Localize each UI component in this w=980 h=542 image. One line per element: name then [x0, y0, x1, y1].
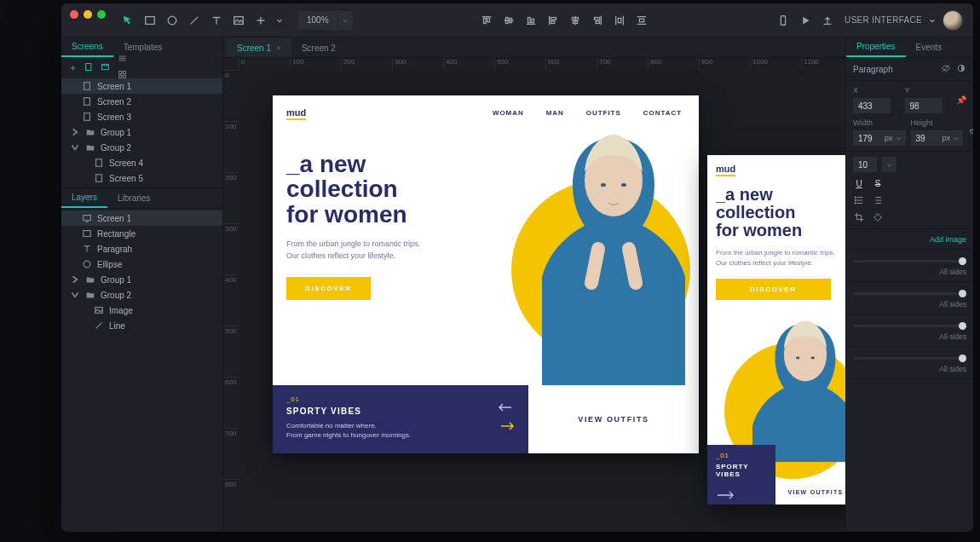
chevron-down-icon[interactable]: [70, 142, 80, 153]
zoom-control[interactable]: 100%: [298, 11, 353, 30]
layer-tree-row-7[interactable]: Line: [61, 318, 222, 333]
add-tool-dropdown-icon[interactable]: [276, 14, 283, 27]
tab-libraries[interactable]: Libraries: [107, 188, 160, 208]
rectangle-tool-icon[interactable]: [143, 14, 157, 27]
chevron-right-icon[interactable]: [70, 274, 80, 285]
sides-label-4[interactable]: All sides: [853, 365, 966, 373]
chevron-right-icon[interactable]: [70, 127, 80, 137]
align-hcenter-icon[interactable]: [568, 14, 582, 27]
screen-tree-row-2[interactable]: Screen 3: [61, 109, 222, 124]
screen-tree-row-0[interactable]: Screen 1: [61, 78, 222, 94]
add-screen-icon[interactable]: ＋: [68, 61, 78, 74]
image-tool-icon[interactable]: [232, 14, 245, 27]
tab-layers[interactable]: Layers: [61, 188, 107, 208]
list-ul-icon[interactable]: [853, 194, 865, 206]
svg-rect-10: [551, 20, 555, 23]
screen-tab-2[interactable]: Screen 2: [291, 38, 346, 57]
tab-events[interactable]: Events: [906, 37, 953, 57]
align-vcenter-icon[interactable]: [502, 14, 516, 27]
line-tool-icon[interactable]: [187, 14, 201, 27]
width-input[interactable]: [853, 130, 880, 146]
add-group-icon[interactable]: [101, 62, 110, 73]
underline-icon[interactable]: U: [853, 177, 865, 189]
layer-tree-row-0[interactable]: Screen 1: [61, 210, 222, 226]
align-bottom-icon[interactable]: [524, 14, 538, 27]
chevron-down-icon[interactable]: [70, 290, 80, 300]
minimize-window-icon[interactable]: [84, 10, 92, 19]
layer-tree-label-1: Rectangle: [97, 229, 135, 239]
distribute-v-icon[interactable]: [635, 14, 649, 27]
close-tab-icon[interactable]: ×: [276, 43, 281, 53]
list-view-icon[interactable]: [118, 54, 216, 65]
shadow-slider[interactable]: [853, 357, 966, 360]
crop-icon[interactable]: [853, 211, 865, 223]
add-page-icon[interactable]: [84, 62, 94, 73]
visibility-icon[interactable]: [941, 63, 951, 75]
x-input[interactable]: [853, 98, 891, 113]
list-ol-icon[interactable]: [872, 194, 884, 206]
align-right-icon[interactable]: [591, 14, 604, 27]
screen-tab-1[interactable]: Screen 1×: [227, 38, 291, 57]
font-size-dropdown[interactable]: [882, 157, 896, 172]
distribute-h-icon[interactable]: [613, 14, 626, 27]
nav-outfits: OUTFITS: [586, 109, 621, 117]
strikethrough-icon[interactable]: S: [872, 177, 884, 189]
layer-tree-row-1[interactable]: Rectangle: [61, 226, 222, 241]
layer-tree-row-2[interactable]: Paragrah: [61, 241, 222, 257]
component-icon[interactable]: [872, 211, 884, 223]
screen-tree-row-4[interactable]: Group 2: [61, 140, 222, 155]
left-panel: Screens Templates ＋ Screen 1Screen 2Scre…: [61, 37, 223, 532]
tab-screens[interactable]: Screens: [61, 37, 113, 57]
radius-slider[interactable]: [853, 292, 966, 295]
ellipse-tool-icon[interactable]: [165, 14, 179, 27]
artboard-mobile[interactable]: mud _a new collection for women From the…: [707, 155, 845, 505]
layer-tree-row-4[interactable]: Group 1: [61, 272, 222, 287]
pin-icon[interactable]: 📌: [956, 95, 966, 105]
screen-tree-row-5[interactable]: Screen 4: [61, 155, 222, 170]
screen-tree-row-6[interactable]: Screen 5: [61, 170, 222, 186]
select-tool-icon[interactable]: [121, 14, 135, 27]
svg-rect-17: [781, 15, 785, 25]
font-size-input[interactable]: [853, 157, 877, 172]
tab-properties[interactable]: Properties: [846, 37, 906, 57]
align-left-icon[interactable]: [546, 14, 560, 27]
canvas-stage[interactable]: mud WOMAN MAN OUTFITS CONTACT: [239, 70, 845, 532]
align-top-icon[interactable]: [480, 14, 493, 27]
layer-tree-label-0: Screen 1: [97, 214, 131, 223]
maximize-window-icon[interactable]: [97, 10, 106, 19]
link-wh-icon[interactable]: [968, 126, 973, 138]
add-tool-icon[interactable]: [254, 14, 268, 27]
screen-tree-row-3[interactable]: Group 1: [61, 124, 222, 140]
selected-element-type: Paragraph: [853, 65, 893, 74]
add-image-button[interactable]: Add image: [930, 235, 966, 244]
document-dropdown-icon[interactable]: [929, 14, 936, 27]
document-title[interactable]: USER INTERFACE: [845, 15, 922, 25]
zoom-dropdown-icon[interactable]: [337, 11, 353, 30]
sides-label-2[interactable]: All sides: [853, 300, 966, 308]
close-window-icon[interactable]: [70, 10, 78, 19]
svg-rect-16: [640, 19, 644, 22]
text-tool-icon[interactable]: [210, 14, 223, 27]
y-input[interactable]: [905, 98, 943, 113]
style-icon[interactable]: [956, 63, 966, 75]
border-slider[interactable]: [853, 325, 966, 327]
svg-rect-29: [84, 216, 91, 221]
artboard-desktop[interactable]: mud WOMAN MAN OUTFITS CONTACT: [273, 95, 699, 453]
screen-tree-label-0: Screen 1: [97, 82, 131, 91]
layer-tree-row-5[interactable]: Group 2: [61, 287, 222, 303]
layer-tree-label-2: Paragrah: [97, 245, 132, 254]
play-icon[interactable]: [798, 14, 812, 27]
svg-rect-7: [528, 17, 531, 22]
layer-tree-row-6[interactable]: Image: [61, 303, 222, 318]
screen-tree-row-1[interactable]: Screen 2: [61, 94, 222, 109]
user-avatar[interactable]: [943, 10, 963, 31]
height-input[interactable]: [911, 130, 938, 146]
device-icon[interactable]: [776, 14, 790, 27]
hero-model-image: [528, 121, 699, 385]
upload-icon[interactable]: [821, 14, 834, 27]
sides-label-3[interactable]: All sides: [853, 332, 966, 341]
sides-label-1[interactable]: All sides: [853, 268, 966, 276]
window-controls[interactable]: [70, 10, 106, 19]
opacity-slider[interactable]: [853, 260, 966, 262]
layer-tree-row-3[interactable]: Ellipse: [61, 257, 222, 272]
